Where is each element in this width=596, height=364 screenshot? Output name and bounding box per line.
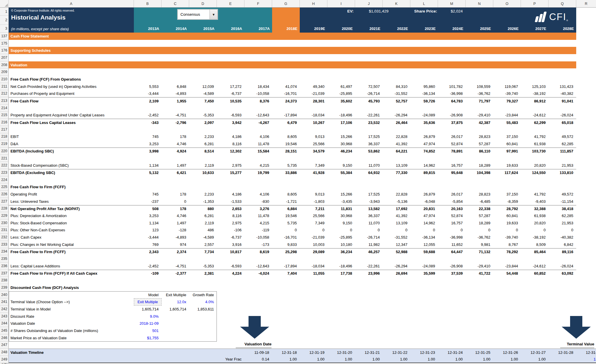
- cell-value-I227[interactable]: -3,435: [327, 198, 355, 205]
- cell-value-B220[interactable]: 3,998: [134, 148, 162, 155]
- cell-value-J211[interactable]: 72,507: [355, 83, 383, 90]
- cell-value-C223[interactable]: 6,421: [162, 169, 189, 176]
- row-number-242[interactable]: 242: [0, 306, 9, 313]
- column-header-O[interactable]: O: [493, 0, 521, 7]
- row-number-214[interactable]: 214: [0, 104, 9, 112]
- year-header-2023E[interactable]: 2023E: [410, 25, 438, 33]
- cell-value-H234[interactable]: 29,089: [300, 248, 327, 255]
- cell-value-O220[interactable]: 97,991: [493, 148, 521, 155]
- dcf-cell-D242[interactable]: 1,853,611: [189, 306, 217, 313]
- cell-value-E237[interactable]: 4,224: [217, 270, 244, 277]
- cell-value-F213[interactable]: 8,376: [244, 97, 272, 104]
- select-all-corner[interactable]: [0, 0, 9, 7]
- empty-cell[interactable]: [576, 234, 596, 241]
- cell-value-D211[interactable]: 12,039: [189, 83, 217, 90]
- column-header-C[interactable]: C: [162, 0, 189, 7]
- cell-value-I223[interactable]: 55,384: [327, 169, 355, 176]
- column-header-F[interactable]: F: [244, 0, 272, 7]
- cell-value-O236[interactable]: -23,844: [493, 262, 521, 270]
- cell-value-G218[interactable]: 8,605: [272, 133, 300, 141]
- cell-value-L234[interactable]: 59,688: [410, 248, 438, 255]
- cell-value-G236[interactable]: -17,894: [272, 262, 300, 270]
- row-number-238[interactable]: 238: [0, 277, 9, 284]
- cell-value-O234[interactable]: 78,292: [493, 248, 521, 255]
- cell-value-D223[interactable]: 10,633: [189, 169, 217, 176]
- cell-value-C229[interactable]: 4,746: [162, 212, 189, 219]
- row-number-228[interactable]: 228: [0, 205, 9, 212]
- cell-value-B237[interactable]: -109: [134, 270, 162, 277]
- dcf-cell-C242[interactable]: 1,605,714: [162, 306, 189, 313]
- cell-value-P226[interactable]: 41,792: [521, 191, 549, 198]
- row-number-225[interactable]: 225: [0, 183, 9, 191]
- row-number-176[interactable]: 176: [0, 47, 9, 54]
- row-number-249[interactable]: 249: [0, 356, 9, 363]
- dcf-cell-C246[interactable]: [162, 334, 189, 342]
- cell-value-E236[interactable]: -6,593: [217, 262, 244, 270]
- cell-value-I219[interactable]: 30,968: [327, 140, 355, 148]
- cell-value-F212[interactable]: -10,058: [244, 90, 272, 97]
- cell-value-P218[interactable]: 41,792: [521, 133, 549, 141]
- timeline-date-11[interactable]: 12-31-28: [549, 349, 576, 356]
- cell-value-K228[interactable]: 17,692: [383, 205, 410, 212]
- cell-value-G216[interactable]: 6,479: [272, 119, 300, 126]
- cell-value-J215[interactable]: -22,261: [355, 112, 383, 119]
- cell-value-K216[interactable]: 26,464: [383, 119, 410, 126]
- empty-cell[interactable]: [576, 205, 596, 212]
- empty-cell[interactable]: [576, 97, 596, 104]
- cell-value-J222[interactable]: 11,070: [355, 162, 383, 169]
- cell-value-D219[interactable]: 6,281: [189, 140, 217, 148]
- cell-value-D230[interactable]: 2,119: [189, 219, 217, 227]
- empty-row-cells[interactable]: [9, 363, 576, 364]
- cell-value-P211[interactable]: 125,103: [521, 83, 549, 90]
- row-label[interactable]: Plus: Stock-Based Compensation: [9, 219, 134, 227]
- empty-row-cells[interactable]: [9, 255, 576, 262]
- cell-value-M219[interactable]: 52,874: [438, 140, 466, 148]
- column-header-Q[interactable]: Q: [549, 0, 576, 7]
- empty-row-cells[interactable]: [9, 155, 576, 162]
- row-number-235[interactable]: 235: [0, 255, 9, 262]
- cell-value-P212[interactable]: -38,192: [521, 90, 549, 97]
- cell-value-M228[interactable]: 20,163: [438, 205, 466, 212]
- row-number-229[interactable]: 229: [0, 212, 9, 219]
- cell-value-H212[interactable]: -21,039: [300, 90, 327, 97]
- year-header-2019E[interactable]: 2019E: [300, 25, 327, 33]
- cell-value-G222[interactable]: 5,735: [272, 162, 300, 169]
- cell-value-B216[interactable]: -343: [134, 119, 162, 126]
- cell-value-C232[interactable]: -4,893: [162, 234, 189, 241]
- cell-value-K211[interactable]: 84,310: [383, 83, 410, 90]
- cell-value-C230[interactable]: 1,497: [162, 219, 189, 227]
- year-frac-value-9[interactable]: 1.00: [493, 356, 521, 363]
- cell-value-G234[interactable]: 25,298: [272, 248, 300, 255]
- cell-value-F229[interactable]: 11,478: [244, 212, 272, 219]
- cell-value-Q234[interactable]: 89,116: [549, 248, 576, 255]
- cell-value-O226[interactable]: 37,150: [493, 191, 521, 198]
- cell-value-B229[interactable]: 3,253: [134, 212, 162, 219]
- cell-value-P215[interactable]: -24,612: [521, 112, 549, 119]
- cell-value-H213[interactable]: 28,301: [300, 97, 327, 104]
- empty-cell[interactable]: [576, 306, 596, 313]
- cell-value-J237[interactable]: 23,996: [355, 270, 383, 277]
- cell-value-H226[interactable]: 9,013: [300, 191, 327, 198]
- cell-value-P219[interactable]: 61,938: [521, 140, 549, 148]
- cell-value-E223[interactable]: 15,277: [217, 169, 244, 176]
- cell-value-C237[interactable]: -2,377: [162, 270, 189, 277]
- cell-value-Q233[interactable]: 6,842: [549, 241, 576, 248]
- cell-value-K229[interactable]: 41,392: [383, 212, 410, 219]
- cell-value-Q237[interactable]: 63,092: [549, 270, 576, 277]
- cell-value-M236[interactable]: -26,908: [438, 262, 466, 270]
- row-label[interactable]: Net Cash Provided by (used in) Operating…: [9, 83, 134, 90]
- timeline-date-5[interactable]: 12-31-22: [383, 349, 410, 356]
- cell-value-K215[interactable]: -26,294: [383, 112, 410, 119]
- cell-value-O216[interactable]: 55,483: [493, 119, 521, 126]
- dcf-cell-D244[interactable]: [189, 320, 217, 327]
- cell-value-Q213[interactable]: 91,041: [549, 97, 576, 104]
- cell-value-D232[interactable]: -4,589: [189, 234, 217, 241]
- cell-value-L236[interactable]: -24,089: [410, 262, 438, 270]
- cell-value-P237[interactable]: 60,852: [521, 270, 549, 277]
- cell-value-C212[interactable]: -4,893: [162, 90, 189, 97]
- cell-value-B218[interactable]: 745: [134, 133, 162, 141]
- empty-row-cells[interactable]: [9, 342, 576, 349]
- cell-value-L213[interactable]: 59,726: [410, 97, 438, 104]
- cell-value-B233[interactable]: 769: [134, 241, 162, 248]
- cell-value-J223[interactable]: 64,932: [355, 169, 383, 176]
